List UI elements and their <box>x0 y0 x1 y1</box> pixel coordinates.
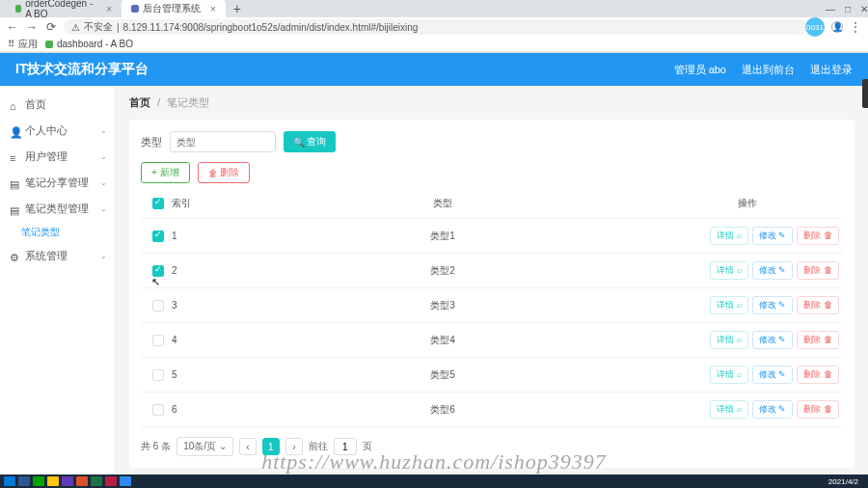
row-delete-button[interactable]: 删除 🗑 <box>797 296 839 314</box>
chevron-down-icon: ⌄ <box>100 152 107 161</box>
search-button[interactable]: 🔍 查询 <box>284 131 336 152</box>
row-checkbox[interactable] <box>152 300 164 312</box>
maximize-icon[interactable]: □ <box>845 4 851 14</box>
row-checkbox[interactable] <box>152 404 164 416</box>
edit-button[interactable]: 修改 ✎ <box>752 261 794 280</box>
delete-button[interactable]: 🗑 删除 <box>198 162 250 183</box>
sidebar-item-system[interactable]: ⚙ 系统管理 ⌄ <box>0 243 115 269</box>
sidebar-item-notetype[interactable]: ▤ 笔记类型管理 ⌄ <box>0 196 115 222</box>
taskbar-date[interactable]: 2021/4/2 <box>828 477 864 486</box>
task-icon[interactable] <box>62 476 73 486</box>
edit-button[interactable]: 修改 ✎ <box>752 227 794 245</box>
task-icon[interactable] <box>33 476 44 486</box>
table-row: 6类型6详情 ⌕修改 ✎删除 🗑 <box>141 393 843 427</box>
sidebar-item-notes[interactable]: ▤ 笔记分享管理 ⌄ <box>0 170 115 196</box>
row-checkbox[interactable] <box>152 369 164 381</box>
row-index: 2 <box>172 265 230 276</box>
task-icon[interactable] <box>105 476 117 486</box>
prev-page-button[interactable]: ‹ <box>239 438 257 455</box>
table-header: 索引 类型 操作 <box>141 189 843 219</box>
goto-page-input[interactable] <box>334 438 357 455</box>
frontend-link[interactable]: 退出到前台 <box>742 63 795 77</box>
row-delete-button[interactable]: 删除 🗑 <box>797 261 839 280</box>
browser-tab[interactable]: orderCodegen - A BO × <box>6 0 122 17</box>
start-icon[interactable] <box>4 476 15 486</box>
app-title: IT技术交流和分享平台 <box>15 61 149 78</box>
close-icon[interactable]: × <box>106 4 112 14</box>
row-delete-button[interactable]: 删除 🗑 <box>797 366 839 384</box>
address-bar: ← → ⟳ ⚠ 不安全 | 8.129.11.174:9008/springbo… <box>0 17 868 37</box>
sidebar-item-profile[interactable]: 👤 个人中心 ⌄ <box>0 118 115 144</box>
row-delete-button[interactable]: 删除 🗑 <box>797 400 839 419</box>
table-row: 2类型2详情 ⌕修改 ✎删除 🗑 <box>141 254 843 288</box>
filter-row: 类型 🔍 查询 <box>141 131 843 152</box>
close-icon[interactable]: × <box>210 4 216 14</box>
edit-button[interactable]: 修改 ✎ <box>752 366 794 384</box>
chevron-down-icon: ⌄ <box>100 204 107 213</box>
sidebar-label: 个人中心 <box>25 123 68 138</box>
forward-button[interactable]: → <box>25 20 39 34</box>
admin-label[interactable]: 管理员 abo <box>674 63 726 77</box>
side-handle[interactable] <box>862 79 868 108</box>
chevron-down-icon: ⌄ <box>100 178 107 187</box>
row-checkbox[interactable] <box>152 335 164 346</box>
close-window-icon[interactable]: ✕ <box>860 4 868 14</box>
trash-icon: 🗑 <box>208 168 218 178</box>
task-icon[interactable] <box>76 476 88 486</box>
chevron-down-icon: ⌄ <box>100 126 107 135</box>
menu-icon[interactable]: ⋮ <box>849 20 862 34</box>
table-row: 1类型1详情 ⌕修改 ✎删除 🗑 <box>141 219 843 254</box>
breadcrumb-home[interactable]: 首页 <box>129 96 150 108</box>
reload-button[interactable]: ⟳ <box>44 20 58 34</box>
header-right: 管理员 abo 退出到前台 退出登录 <box>674 63 853 77</box>
view-button[interactable]: 详情 ⌕ <box>710 331 748 349</box>
task-icon[interactable] <box>47 476 59 486</box>
view-button[interactable]: 详情 ⌕ <box>710 261 748 280</box>
row-delete-button[interactable]: 删除 🗑 <box>797 227 839 245</box>
breadcrumb: 首页 / 笔记类型 <box>129 95 854 110</box>
new-tab-button[interactable]: + <box>226 1 249 16</box>
row-delete-button[interactable]: 删除 🗑 <box>797 331 839 349</box>
tag-icon: ▤ <box>10 204 19 214</box>
content-panel: 类型 🔍 查询 + 新增 🗑 删除 索引 类型 操作 1类 <box>129 120 854 468</box>
filter-label: 类型 <box>141 135 162 149</box>
view-button[interactable]: 详情 ⌕ <box>710 296 748 314</box>
pagination: 共 6 条 10条/页 ⌄ ‹ 1 › 前往 页 <box>141 437 843 456</box>
sidebar-item-home[interactable]: ⌂ 首页 <box>0 92 115 118</box>
browser-chrome: orderCodegen - A BO × 后台管理系统 × + — □ ✕ ←… <box>0 0 868 53</box>
page-size-select[interactable]: 10条/页 ⌄ <box>176 437 233 456</box>
bookmark-item[interactable]: dashboard - A BO <box>45 39 133 49</box>
search-label: 查询 <box>307 135 326 149</box>
add-button[interactable]: + 新增 <box>141 162 190 183</box>
sidebar-item-users[interactable]: ≡ 用户管理 ⌄ <box>0 144 115 170</box>
url-input[interactable]: ⚠ 不安全 | 8.129.11.174:9008/springboot1o52… <box>64 19 806 35</box>
minimize-icon[interactable]: — <box>826 4 835 14</box>
sidebar-sub-notetype[interactable]: 笔记类型 <box>0 222 115 243</box>
edit-button[interactable]: 修改 ✎ <box>752 400 794 419</box>
browser-tab-active[interactable]: 后台管理系统 × <box>122 0 226 17</box>
select-all-checkbox[interactable] <box>152 198 164 209</box>
task-icon[interactable] <box>91 476 102 486</box>
extension-badge[interactable]: 0031 <box>805 17 825 37</box>
view-button[interactable]: 详情 ⌕ <box>710 366 748 384</box>
col-ops-header: 操作 <box>656 197 839 210</box>
list-icon: ≡ <box>10 152 19 162</box>
next-page-button[interactable]: › <box>285 438 303 455</box>
window-controls: — □ ✕ <box>826 4 868 14</box>
logout-link[interactable]: 退出登录 <box>810 63 853 77</box>
profile-icon[interactable]: 👤 <box>831 21 843 33</box>
row-checkbox[interactable] <box>152 265 164 277</box>
row-index: 5 <box>172 369 230 380</box>
row-index: 6 <box>172 404 230 415</box>
task-icon[interactable] <box>18 476 30 486</box>
apps-button[interactable]: ⠿ 应用 <box>8 38 38 51</box>
edit-button[interactable]: 修改 ✎ <box>752 296 794 314</box>
type-filter-input[interactable] <box>170 131 276 152</box>
edit-button[interactable]: 修改 ✎ <box>752 331 794 349</box>
page-number-button[interactable]: 1 <box>262 438 280 455</box>
task-icon[interactable] <box>120 476 131 486</box>
back-button[interactable]: ← <box>6 20 19 34</box>
view-button[interactable]: 详情 ⌕ <box>710 400 748 419</box>
row-checkbox[interactable] <box>152 230 164 242</box>
view-button[interactable]: 详情 ⌕ <box>710 227 748 245</box>
